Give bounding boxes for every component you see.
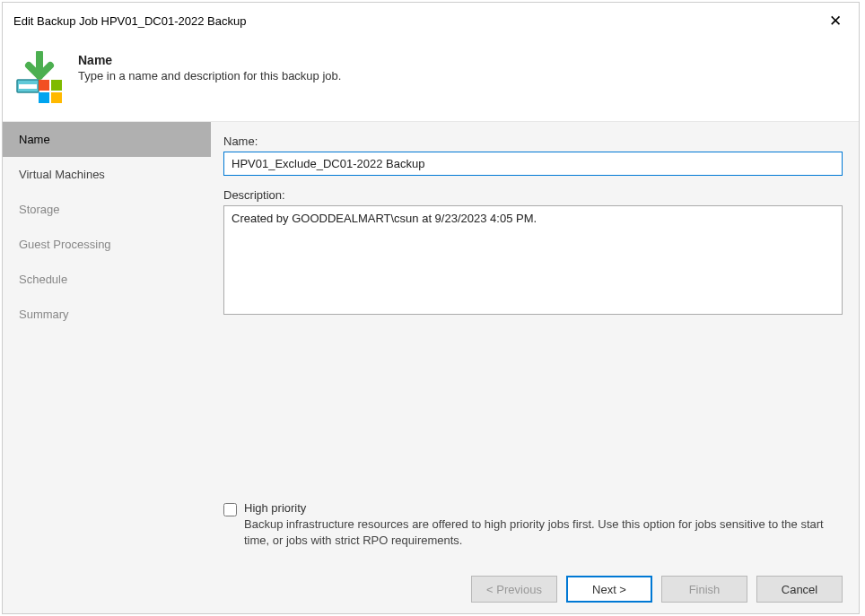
header-description: Type in a name and description for this … [78, 69, 341, 82]
main-content: Name: Description: Created by GOODDEALMA… [211, 122, 859, 565]
footer-buttons: < Previous Next > Finish Cancel [3, 565, 859, 613]
name-input[interactable] [223, 152, 843, 176]
svg-rect-3 [51, 80, 62, 91]
description-label: Description: [223, 188, 843, 202]
cancel-button[interactable]: Cancel [756, 576, 843, 603]
high-priority-label: High priority [244, 501, 843, 515]
high-priority-text: High priority Backup infrastructure reso… [244, 501, 843, 549]
close-icon: ✕ [829, 12, 842, 30]
body-section: Name Virtual Machines Storage Guest Proc… [3, 121, 859, 565]
svg-rect-4 [39, 92, 49, 103]
sidebar-item-name[interactable]: Name [3, 122, 211, 157]
sidebar-item-guest-processing[interactable]: Guest Processing [3, 227, 211, 262]
svg-rect-5 [51, 92, 62, 103]
high-priority-hint: Backup infrastructure resources are offe… [244, 517, 824, 547]
header-text: Name Type in a name and description for … [78, 51, 341, 82]
wizard-sidebar: Name Virtual Machines Storage Guest Proc… [3, 122, 211, 565]
finish-button[interactable]: Finish [661, 576, 747, 603]
next-button[interactable]: Next > [566, 576, 652, 603]
header-section: Name Type in a name and description for … [3, 39, 859, 121]
previous-button[interactable]: < Previous [471, 576, 557, 603]
high-priority-checkbox[interactable] [223, 503, 237, 516]
header-title: Name [78, 53, 341, 67]
titlebar: Edit Backup Job HPV01_DC01-2022 Backup ✕ [3, 3, 859, 39]
sidebar-item-summary[interactable]: Summary [3, 297, 211, 332]
close-button[interactable]: ✕ [816, 8, 855, 33]
dialog-window: Edit Backup Job HPV01_DC01-2022 Backup ✕… [2, 2, 860, 614]
description-textarea[interactable]: Created by GOODDEALMART\csun at 9/23/202… [223, 205, 843, 315]
sidebar-item-schedule[interactable]: Schedule [3, 262, 211, 297]
name-label: Name: [223, 134, 843, 148]
high-priority-section: High priority Backup infrastructure reso… [223, 501, 843, 549]
window-title: Edit Backup Job HPV01_DC01-2022 Backup [13, 14, 246, 28]
sidebar-item-virtual-machines[interactable]: Virtual Machines [3, 157, 211, 192]
spacer [223, 327, 843, 501]
svg-rect-2 [39, 80, 49, 91]
svg-rect-1 [19, 84, 37, 89]
backup-wizard-icon [13, 51, 66, 103]
sidebar-item-storage[interactable]: Storage [3, 192, 211, 227]
